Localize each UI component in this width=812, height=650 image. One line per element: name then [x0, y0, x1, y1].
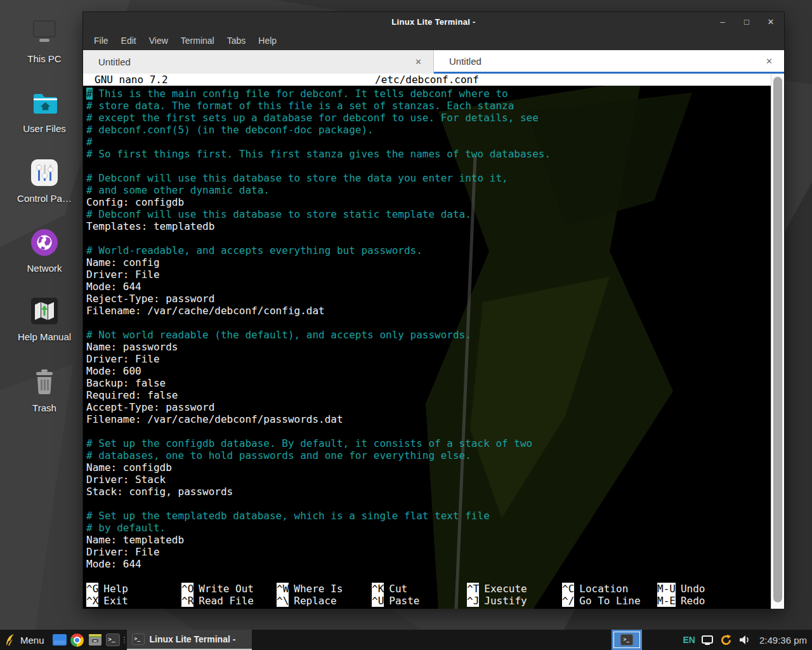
- taskbar-desktop-launcher[interactable]: [51, 630, 69, 650]
- menu-tabs[interactable]: Tabs: [221, 33, 252, 48]
- nano-line: Mode: 600: [86, 365, 771, 377]
- nano-shortcut: ^\Replace: [277, 595, 372, 607]
- nano-filename: /etc/debconf.conf: [83, 74, 771, 86]
- nano-line: # World-readable, and accepts everything…: [86, 244, 771, 256]
- nano-shortcut: ^GHelp: [86, 583, 181, 595]
- taskbar-chrome-launcher[interactable]: [69, 630, 86, 650]
- desktop-icon-label: Network: [27, 263, 62, 274]
- desktop-icon-label: User Files: [23, 123, 66, 134]
- desktop-icon-label: This PC: [27, 53, 61, 64]
- nano-line: [86, 425, 771, 437]
- nano-line: Filename: /var/cache/debconf/passwords.d…: [86, 413, 771, 425]
- nano-shortcut: M-UUndo: [657, 583, 752, 595]
- tab-close-icon[interactable]: ✕: [412, 56, 424, 68]
- chrome-icon: [70, 633, 84, 647]
- close-button[interactable]: ✕: [764, 15, 778, 29]
- terminal-pane[interactable]: /etc/debconf.conf GNU nano 7.2 # This is…: [83, 74, 784, 609]
- terminal-window: Linux Lite Terminal - – □ ✕ File Edit Vi…: [82, 11, 785, 608]
- nano-buffer: # This is the main config file for debco…: [83, 86, 771, 570]
- nano-line: Name: passwords: [86, 341, 771, 353]
- taskbar-terminal-launcher[interactable]: >_: [104, 630, 122, 650]
- nano-line: Filename: /var/cache/debconf/config.dat: [86, 305, 771, 317]
- nano-line: # store data. The format of this file is…: [86, 100, 771, 112]
- nano-line: Name: templatedb: [86, 534, 771, 546]
- window-controls: – □ ✕: [716, 12, 778, 31]
- tab-untitled-2[interactable]: Untitled ✕: [434, 50, 784, 74]
- nano-line: # Debconf will use this database to stor…: [86, 172, 771, 184]
- tab-bar: Untitled ✕ Untitled ✕: [83, 50, 784, 74]
- desktop-icon-trash[interactable]: Trash: [4, 367, 85, 413]
- nano-shortcut: ^OWrite Out: [181, 583, 277, 595]
- nano-shortcut: ^/Go To Line: [562, 595, 657, 607]
- nano-line: Backup: false: [86, 377, 771, 389]
- taskbar-window-button[interactable]: >_ Linux Lite Terminal -: [127, 630, 252, 650]
- nano-line: Accept-Type: password: [86, 401, 771, 413]
- nano-editor[interactable]: /etc/debconf.conf GNU nano 7.2 # This is…: [83, 74, 771, 609]
- nano-shortcut: ^JJustify: [467, 595, 562, 607]
- tab-untitled-1[interactable]: Untitled ✕: [83, 50, 434, 74]
- linux-lite-feather-icon: [5, 633, 16, 646]
- tab-label: Untitled: [449, 56, 763, 67]
- nano-line: Mode: 644: [86, 558, 771, 570]
- nano-line: # and some other dynamic data.: [86, 184, 771, 196]
- nano-screen: /etc/debconf.conf GNU nano 7.2 # This is…: [83, 74, 771, 570]
- window-titlebar[interactable]: Linux Lite Terminal - – □ ✕: [83, 12, 784, 31]
- volume-icon[interactable]: [739, 635, 750, 645]
- nano-shortcut: M-ERedo: [657, 595, 752, 607]
- scrollbar-thumb[interactable]: [773, 77, 782, 602]
- nano-line: # Set up the templatedb database, which …: [86, 510, 771, 522]
- terminal-icon: >_: [106, 633, 120, 646]
- taskbar-file-manager-launcher[interactable]: [86, 630, 104, 650]
- this-pc-icon: [29, 18, 60, 48]
- menu-file[interactable]: File: [88, 33, 115, 48]
- desktop-icon-label: Help Manual: [18, 331, 71, 342]
- nano-line: Templates: templatedb: [86, 220, 771, 232]
- menu-help[interactable]: Help: [252, 33, 283, 48]
- nano-line: # by default.: [86, 522, 771, 534]
- terminal-icon: >_: [132, 633, 145, 645]
- nano-shortcut: ^UPaste: [372, 595, 467, 607]
- taskbar-window-label: Linux Lite Terminal -: [150, 634, 236, 644]
- desktop-icon-label: Control Pa…: [17, 193, 72, 204]
- updates-available-icon[interactable]: [719, 633, 733, 647]
- nano-line: Mode: 644: [86, 281, 771, 293]
- scrollbar-track[interactable]: [771, 74, 784, 609]
- start-menu-button[interactable]: Menu: [0, 630, 51, 650]
- menu-edit[interactable]: Edit: [115, 33, 143, 48]
- menu-terminal[interactable]: Terminal: [174, 33, 221, 48]
- desktop-icon-network[interactable]: Network: [4, 227, 85, 274]
- desktop-icon-user-files[interactable]: User Files: [4, 88, 85, 134]
- desktop-icon-this-pc[interactable]: This PC: [4, 18, 85, 64]
- nano-line: Stack: config, passwords: [86, 486, 771, 498]
- keyboard-language-indicator[interactable]: EN: [683, 635, 695, 645]
- menu-button-label: Menu: [20, 635, 44, 646]
- desktop-icon-control-panel[interactable]: Control Pa…: [4, 157, 85, 204]
- minimize-button[interactable]: –: [716, 15, 730, 29]
- maximize-button[interactable]: □: [740, 15, 754, 29]
- clock[interactable]: 2:49:36 pm: [757, 635, 807, 646]
- nano-line: Driver: File: [86, 546, 771, 558]
- file-manager-drawer-icon: [88, 633, 102, 646]
- taskbar-separator-handle[interactable]: [122, 630, 127, 650]
- nano-line: Config: configdb: [86, 196, 771, 208]
- nano-shortcut: ^RRead File: [181, 595, 277, 607]
- nano-line: Required: false: [86, 389, 771, 401]
- nano-line: Driver: Stack: [86, 474, 771, 486]
- network-globe-icon: [29, 227, 60, 258]
- system-tray: >_ EN 2:49:36 pm: [612, 630, 812, 650]
- nano-line: # databases, one to hold passwords and o…: [86, 449, 771, 461]
- tray-active-terminal[interactable]: >_: [612, 630, 642, 650]
- nano-cursor: #: [86, 88, 93, 100]
- tab-close-icon[interactable]: ✕: [763, 55, 775, 67]
- display-settings-icon[interactable]: [702, 635, 713, 645]
- desktop-icon-help-manual[interactable]: Help Manual: [4, 296, 85, 342]
- nano-shortcuts-row1: ^GHelp^OWrite Out^WWhere Is^KCut^TExecut…: [86, 583, 768, 595]
- terminal-icon: >_: [620, 634, 633, 646]
- nano-line: [86, 317, 771, 329]
- nano-line: [86, 160, 771, 172]
- nano-shortcut: ^KCut: [372, 583, 467, 595]
- trash-can-icon: [29, 367, 60, 397]
- nano-line: [86, 232, 771, 244]
- nano-shortcut: ^WWhere Is: [277, 583, 372, 595]
- menu-view[interactable]: View: [143, 33, 174, 48]
